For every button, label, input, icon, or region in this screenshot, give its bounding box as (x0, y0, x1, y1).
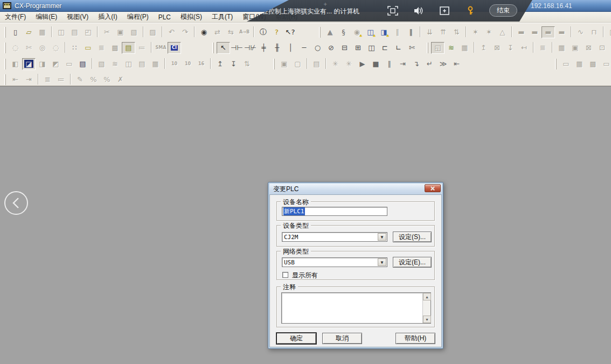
comment-tool-icon[interactable]: ≋ (108, 58, 122, 70)
save-project-icon[interactable]: ▦ (36, 26, 49, 38)
decimal-monitor-icon[interactable]: 10 (181, 58, 195, 70)
force-cancel-icon[interactable]: ⇅ (240, 58, 254, 70)
chevron-down-icon[interactable]: ▼ (378, 258, 386, 266)
work-online-icon[interactable]: ▲ (323, 26, 337, 38)
menu-plc[interactable]: PLC (154, 12, 176, 22)
comment-scrollbar[interactable]: ▲ ▼ (422, 293, 431, 323)
toolbar-grip[interactable] (319, 27, 321, 38)
zoom-to-fit-icon[interactable]: ◌ (9, 42, 22, 54)
differential-monitor-icon[interactable]: ∿ (574, 26, 587, 38)
compile-all-icon[interactable]: ✶ (482, 26, 496, 38)
indent-increase-icon[interactable]: ⇥ (22, 74, 36, 86)
pulse-bar-icon[interactable]: ⊓ (587, 26, 601, 38)
end-session-button[interactable]: 结束 (489, 4, 517, 17)
menu-insert[interactable]: 插入(I) (93, 11, 122, 23)
chevron-down-icon[interactable]: ▼ (378, 233, 386, 241)
scroll-down-icon[interactable]: ▼ (423, 316, 431, 323)
block-comment-icon[interactable]: ≔ (54, 74, 68, 86)
device-type-select[interactable]: CJ2M ▼ (282, 232, 387, 242)
scroll-up-icon[interactable]: ▲ (423, 293, 431, 300)
pause-icon[interactable]: ∥ (391, 26, 404, 38)
monitor-mode-icon[interactable]: ▬ (541, 26, 555, 38)
online-edit-send-icon[interactable]: ▣ (277, 58, 291, 70)
transfer-to-plc-icon[interactable]: ⇊ (423, 26, 436, 38)
settings-table-icon[interactable]: ▩ (586, 58, 600, 70)
new-document-icon[interactable]: ▯ (9, 26, 22, 38)
sim-step-run-icon[interactable]: ⇥ (396, 58, 409, 70)
cross-reference-icon[interactable]: ◩ (49, 58, 63, 70)
check-window-icon[interactable]: ⊡ (595, 42, 609, 54)
online-edit-icon[interactable]: △ (496, 26, 509, 38)
program-mode-icon[interactable]: ▬ (515, 26, 528, 38)
toolbar-grip[interactable] (4, 59, 6, 69)
transfer-from-plc-icon[interactable]: ⇈ (436, 26, 450, 38)
cancel-button[interactable]: 取消 (322, 333, 362, 344)
find-replace-icon[interactable]: ⇆ (224, 26, 238, 38)
pin-icon[interactable]: ＋ (322, 0, 328, 8)
copy-icon[interactable]: ▣ (114, 26, 127, 38)
speaker-icon[interactable] (412, 5, 426, 16)
insert-rung-above-icon[interactable]: ↥ (477, 42, 490, 54)
vertical-line-icon[interactable]: │ (284, 42, 297, 54)
network-type-settings-button[interactable]: 设定(E)... (393, 257, 432, 268)
toolbar-grip[interactable] (555, 59, 557, 69)
memory-card-icon[interactable]: ▭ (600, 58, 611, 70)
undo-icon[interactable]: ↶ (165, 26, 178, 38)
style-brush-icon[interactable]: ✎ (73, 74, 87, 86)
paste-icon[interactable]: ▧ (127, 26, 141, 38)
toolbar-grip[interactable] (427, 43, 428, 53)
binary-monitor-icon[interactable]: 10 (168, 58, 181, 70)
select-tool-icon[interactable]: ↖ (217, 42, 230, 54)
online-edit-cancel-icon[interactable]: ▢ (291, 58, 304, 70)
grid-toggle-icon[interactable]: ∷ (68, 42, 81, 54)
break-point-icon[interactable]: ✳ (329, 58, 342, 70)
toolbar-grip[interactable] (4, 43, 6, 53)
network-type-select[interactable]: USB ▼ (282, 257, 387, 267)
instruction-icon[interactable]: ⊟ (338, 42, 351, 54)
quick-monitor-icon[interactable]: ◨▲ (377, 26, 391, 38)
sim-pause-icon[interactable]: ∥ (383, 58, 396, 70)
marker-percent-1-icon[interactable]: % (87, 74, 100, 86)
work-report-icon[interactable]: ▤ (310, 58, 323, 70)
monitor-window-2-icon[interactable]: ▣ (568, 42, 582, 54)
sim-continuous-step-icon[interactable]: ≫ (436, 58, 450, 70)
zoom-out-icon[interactable]: ◌ (49, 42, 63, 54)
or-contact-nc-icon[interactable]: ╫ (270, 42, 284, 54)
close-window-icon[interactable]: ⊠ (582, 42, 595, 54)
data-trace-icon[interactable]: ▤ (135, 58, 149, 70)
print-preview-icon[interactable]: ◰ (81, 26, 95, 38)
contact-no-icon[interactable]: ⊣⊢ (230, 42, 244, 54)
find-transfer-icon[interactable]: ⇄ (211, 26, 224, 38)
closed-coil-icon[interactable]: ⊘ (324, 42, 338, 54)
insert-rung-below-icon[interactable]: ↧ (504, 42, 517, 54)
clear-break-points-icon[interactable]: ✳ (342, 58, 356, 70)
horizontal-line-icon[interactable]: ─ (297, 42, 311, 54)
back-arrow-button[interactable] (4, 191, 28, 215)
force-reset-icon[interactable]: ↧ (227, 58, 240, 70)
marker-percent-2-icon[interactable]: % (100, 74, 114, 86)
monitor-in-rung-icon[interactable]: ▩ (108, 42, 122, 54)
hex-monitor-icon[interactable]: 16 (195, 58, 208, 70)
pause-monitoring-icon[interactable]: ◫▲ (364, 26, 377, 38)
comment-textarea[interactable]: ▲ ▼ (281, 292, 431, 324)
watch-sheet-icon[interactable]: ◨ (36, 58, 49, 70)
debug-mode-icon[interactable]: ▬ (528, 26, 541, 38)
coil-icon[interactable]: ○ (311, 42, 324, 54)
block-list-icon[interactable]: ≣ (41, 74, 54, 86)
compile-program-icon[interactable]: ✶ (469, 26, 482, 38)
toolbar-grip[interactable] (212, 43, 214, 53)
device-type-settings-button[interactable]: 设定(S)... (393, 232, 432, 242)
views-diagram-icon[interactable]: ◱ (431, 42, 445, 54)
line-connect-icon[interactable]: ∟ (392, 42, 405, 54)
properties-icon[interactable]: ▤ (76, 58, 89, 70)
print-icon[interactable]: ▤ (68, 26, 81, 38)
check-program-icon[interactable]: ◫ (54, 26, 68, 38)
symbol-table-icon[interactable]: ▤ (122, 42, 135, 54)
sma-view-icon[interactable]: SMA (154, 42, 168, 54)
fb-parameter-icon[interactable]: ⊏ (378, 42, 392, 54)
contact-nc-icon[interactable]: ⊣⊬ (244, 42, 257, 54)
pause-all-icon[interactable]: ∥ (404, 26, 418, 38)
close-icon[interactable] (425, 184, 441, 192)
plc-memory-icon[interactable]: ▭ (559, 58, 573, 70)
local-window-icon[interactable]: ▭ (63, 58, 76, 70)
